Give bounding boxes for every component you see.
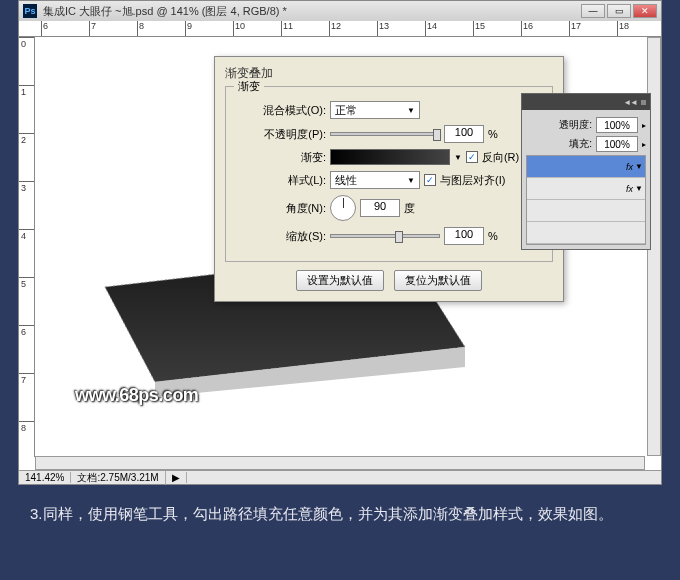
scale-slider[interactable] <box>330 234 440 238</box>
panel-fill-label: 填充: <box>569 137 592 151</box>
blend-mode-select[interactable]: 正常▼ <box>330 101 420 119</box>
photoshop-window: Ps 集成IC 大眼仔 ~旭.psd @ 141% (图层 4, RGB/8) … <box>18 0 662 485</box>
gradient-label: 渐变: <box>236 150 326 165</box>
reverse-checkbox[interactable]: ✓ <box>466 151 478 163</box>
style-label: 样式(L): <box>236 173 326 188</box>
dropdown-arrow-icon[interactable]: ▼ <box>454 153 462 162</box>
tutorial-step-text: 3.同样，使用钢笔工具，勾出路径填充任意颜色，并为其添加渐变叠加样式，效果如图。 <box>30 500 650 527</box>
minimize-button[interactable]: — <box>581 4 605 18</box>
layer-list: fx ▼ fx ▼ <box>526 155 646 245</box>
fx-icon[interactable]: fx <box>626 184 633 194</box>
scale-input[interactable]: 100 <box>444 227 484 245</box>
opacity-slider[interactable] <box>330 132 440 136</box>
panel-tabbar[interactable]: ◄◄ <box>522 94 650 110</box>
reverse-label: 反向(R) <box>482 150 519 165</box>
panel-collapse-icon[interactable]: ◄◄ <box>623 98 637 107</box>
layer-item[interactable] <box>527 200 645 222</box>
statusbar: 141.42% 文档:2.75M/3.21M ▶ <box>19 470 661 484</box>
dropdown-arrow-icon[interactable]: ▸ <box>642 140 646 149</box>
panel-fill-input[interactable]: 100% <box>596 136 638 152</box>
layer-item[interactable]: fx ▼ <box>527 156 645 178</box>
align-checkbox[interactable]: ✓ <box>424 174 436 186</box>
align-label: 与图层对齐(I) <box>440 173 505 188</box>
blend-mode-label: 混合模式(O): <box>236 103 326 118</box>
maximize-button[interactable]: ▭ <box>607 4 631 18</box>
fx-expand-icon[interactable]: ▼ <box>635 162 643 171</box>
fx-icon[interactable]: fx <box>626 162 633 172</box>
panel-opacity-input[interactable]: 100% <box>596 117 638 133</box>
layer-item[interactable]: fx ▼ <box>527 178 645 200</box>
document-title: 集成IC 大眼仔 ~旭.psd @ 141% (图层 4, RGB/8) * <box>43 4 581 19</box>
horizontal-ruler: 678910111213141516171819202122 <box>19 21 661 37</box>
dialog-title: 渐变叠加 <box>219 63 559 84</box>
fieldset-legend: 渐变 <box>234 79 264 94</box>
opacity-input[interactable]: 100 <box>444 125 484 143</box>
layers-panel: ◄◄ 透明度: 100% ▸ 填充: 100% ▸ fx ▼ <box>521 93 651 250</box>
layer-item[interactable] <box>527 222 645 244</box>
close-button[interactable]: ✕ <box>633 4 657 18</box>
dropdown-arrow-icon[interactable]: ▸ <box>642 121 646 130</box>
fx-expand-icon[interactable]: ▼ <box>635 184 643 193</box>
style-select[interactable]: 线性▼ <box>330 171 420 189</box>
doc-size: 文档:2.75M/3.21M <box>71 471 165 485</box>
angle-dial[interactable] <box>330 195 356 221</box>
scale-label: 缩放(S): <box>236 229 326 244</box>
dropdown-arrow-icon: ▼ <box>407 106 415 115</box>
horizontal-scrollbar[interactable] <box>35 456 645 470</box>
angle-input[interactable]: 90 <box>360 199 400 217</box>
site-watermark: www.68ps.com <box>75 385 198 406</box>
gradient-picker[interactable] <box>330 149 450 165</box>
opacity-label: 不透明度(P): <box>236 127 326 142</box>
panel-opacity-label: 透明度: <box>559 118 592 132</box>
vertical-ruler: 012345678 <box>19 37 35 457</box>
reset-default-button[interactable]: 复位为默认值 <box>394 270 482 291</box>
zoom-level[interactable]: 141.42% <box>19 472 71 483</box>
ps-app-icon: Ps <box>23 4 37 18</box>
dropdown-arrow-icon: ▼ <box>407 176 415 185</box>
panel-menu-icon[interactable] <box>641 100 646 105</box>
titlebar: Ps 集成IC 大眼仔 ~旭.psd @ 141% (图层 4, RGB/8) … <box>19 1 661 21</box>
angle-label: 角度(N): <box>236 201 326 216</box>
statusbar-arrow-icon[interactable]: ▶ <box>166 472 187 483</box>
gradient-overlay-dialog: 渐变叠加 渐变 混合模式(O): 正常▼ 不透明度(P): 100 % <box>214 56 564 302</box>
set-default-button[interactable]: 设置为默认值 <box>296 270 384 291</box>
